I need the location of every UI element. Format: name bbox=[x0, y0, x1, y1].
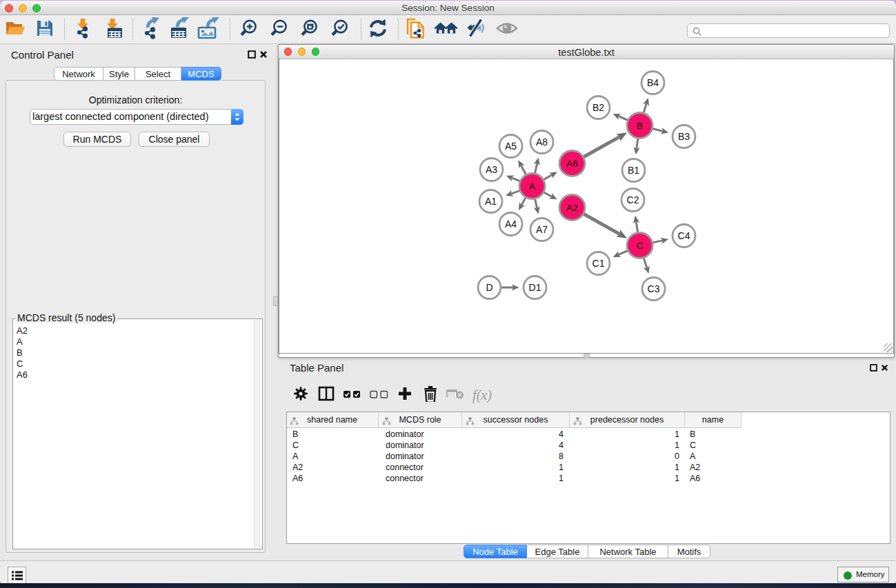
svg-text:C: C bbox=[637, 241, 644, 251]
svg-text:B1: B1 bbox=[628, 165, 639, 176]
svg-text:A7: A7 bbox=[536, 224, 548, 235]
svg-text:A1: A1 bbox=[485, 196, 497, 207]
svg-text:B3: B3 bbox=[678, 131, 690, 142]
svg-text:A4: A4 bbox=[505, 219, 517, 230]
svg-text:B: B bbox=[637, 121, 643, 131]
svg-text:C3: C3 bbox=[648, 283, 660, 294]
svg-text:A3: A3 bbox=[486, 164, 497, 175]
svg-text:A6: A6 bbox=[566, 159, 578, 169]
svg-text:B2: B2 bbox=[593, 102, 604, 113]
svg-text:C1: C1 bbox=[593, 258, 605, 269]
svg-text:A8: A8 bbox=[536, 136, 548, 148]
svg-text:A: A bbox=[529, 181, 535, 192]
svg-text:D1: D1 bbox=[529, 282, 541, 293]
svg-text:B4: B4 bbox=[647, 77, 659, 88]
svg-text:A2: A2 bbox=[566, 203, 578, 213]
svg-text:C2: C2 bbox=[627, 194, 639, 205]
svg-text:A5: A5 bbox=[505, 141, 517, 152]
svg-text:C4: C4 bbox=[678, 230, 690, 241]
svg-text:D: D bbox=[486, 282, 492, 293]
